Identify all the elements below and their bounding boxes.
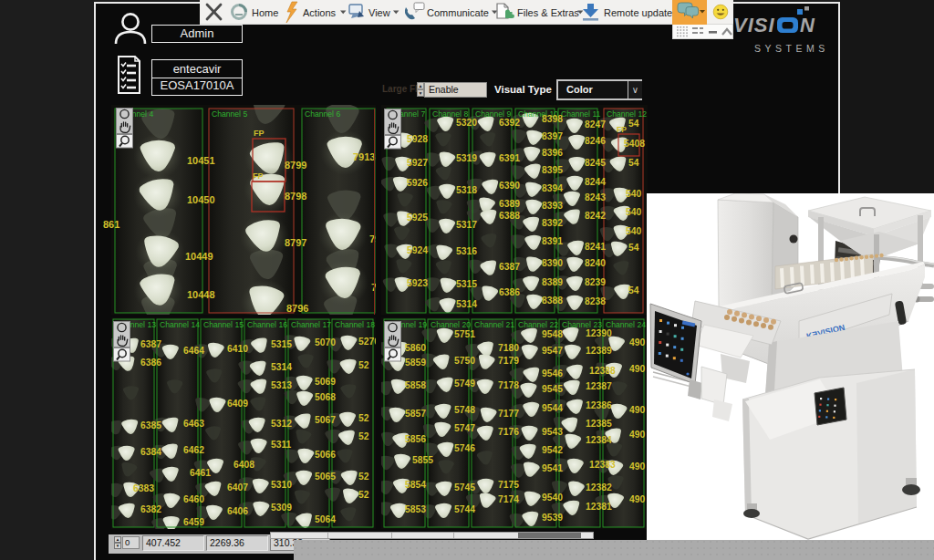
svg-text:5310: 5310	[271, 480, 292, 490]
svg-text:5924: 5924	[407, 245, 428, 255]
svg-text:5926: 5926	[407, 178, 428, 188]
svg-text:8397: 8397	[542, 131, 563, 141]
svg-text:8391: 8391	[542, 236, 563, 246]
svg-text:5065: 5065	[315, 472, 336, 482]
svg-text:12390: 12390	[586, 328, 612, 338]
svg-text:8797: 8797	[285, 237, 306, 248]
svg-text:5923: 5923	[407, 278, 428, 288]
svg-text:5064: 5064	[315, 514, 336, 524]
svg-text:6383: 6383	[133, 483, 154, 493]
svg-text:5318: 5318	[456, 185, 477, 195]
svg-text:5927: 5927	[407, 158, 428, 168]
svg-text:5270: 5270	[358, 337, 376, 347]
svg-text:5309: 5309	[271, 503, 292, 513]
svg-text:8389: 8389	[542, 277, 563, 287]
svg-text:5925: 5925	[407, 213, 428, 223]
svg-text:9539: 9539	[542, 513, 563, 523]
svg-text:6406: 6406	[227, 506, 248, 516]
svg-text:5311: 5311	[271, 440, 292, 450]
svg-text:5928: 5928	[407, 134, 428, 144]
svg-text:6386: 6386	[140, 358, 161, 368]
svg-text:Channel 24: Channel 24	[606, 320, 646, 329]
svg-text:9541: 9541	[542, 463, 563, 473]
svg-text:FP: FP	[254, 129, 265, 138]
svg-text:6388: 6388	[499, 211, 520, 221]
svg-text:Channel 17: Channel 17	[291, 320, 331, 329]
svg-text:8239: 8239	[585, 277, 606, 287]
svg-text:490: 490	[629, 364, 645, 374]
svg-text:5744: 5744	[454, 504, 475, 514]
svg-text:54: 54	[628, 119, 639, 129]
svg-text:52: 52	[358, 490, 369, 500]
svg-text:Channel 14: Channel 14	[160, 320, 200, 329]
svg-text:52: 52	[358, 413, 369, 423]
svg-text:FP: FP	[617, 125, 627, 134]
svg-text:5750: 5750	[454, 356, 475, 366]
svg-text:8798: 8798	[285, 191, 306, 202]
svg-text:6391: 6391	[499, 153, 520, 163]
svg-text:5853: 5853	[405, 504, 426, 514]
svg-text:12389: 12389	[586, 346, 612, 356]
svg-text:9545: 9545	[542, 384, 563, 394]
svg-text:7913: 7913	[353, 151, 375, 162]
svg-text:6385: 6385	[140, 420, 161, 430]
svg-text:8799: 8799	[285, 160, 306, 171]
svg-text:7175: 7175	[498, 480, 519, 490]
svg-text:N: N	[800, 14, 815, 36]
svg-text:7174: 7174	[498, 494, 519, 504]
svg-text:12386: 12386	[586, 400, 612, 410]
svg-text:5748: 5748	[454, 405, 475, 415]
svg-text:10449: 10449	[185, 251, 213, 262]
svg-text:Channel 15: Channel 15	[203, 320, 244, 329]
svg-text:12381: 12381	[586, 502, 612, 512]
svg-text:10451: 10451	[187, 155, 215, 166]
svg-text:8245: 8245	[585, 158, 606, 168]
svg-text:6392: 6392	[499, 118, 520, 128]
svg-text:8241: 8241	[585, 242, 606, 252]
svg-text:6407: 6407	[227, 482, 248, 493]
svg-text:Channel 6: Channel 6	[305, 109, 340, 119]
svg-text:5751: 5751	[454, 329, 475, 339]
svg-text:5856: 5856	[405, 434, 426, 444]
svg-text:8238: 8238	[585, 296, 606, 306]
svg-text:Channel 18: Channel 18	[335, 320, 375, 329]
svg-text:5314: 5314	[456, 299, 477, 309]
svg-text:52: 52	[358, 472, 369, 482]
svg-text:52: 52	[358, 431, 369, 441]
svg-text:7179: 7179	[498, 356, 519, 366]
svg-text:490: 490	[629, 337, 645, 347]
svg-text:6463: 6463	[183, 419, 204, 429]
svg-text:5855: 5855	[412, 455, 433, 465]
svg-text:490: 490	[629, 461, 645, 472]
svg-text:SYSTEMS: SYSTEMS	[754, 43, 829, 54]
svg-text:5859: 5859	[405, 358, 426, 368]
svg-text:8394: 8394	[542, 183, 563, 193]
svg-text:Home: Home	[252, 7, 278, 18]
svg-text:5320: 5320	[456, 118, 477, 128]
svg-text:8392: 8392	[542, 218, 563, 228]
svg-text:5747: 5747	[454, 423, 475, 433]
svg-text:79: 79	[371, 282, 376, 293]
svg-text:5408: 5408	[624, 139, 645, 149]
svg-text:Channel 5: Channel 5	[212, 109, 247, 119]
svg-text:8390: 8390	[542, 258, 563, 268]
svg-text:6384: 6384	[140, 447, 161, 457]
svg-text:8242: 8242	[585, 211, 606, 221]
svg-text:9548: 9548	[542, 329, 563, 339]
svg-text:Channel 22: Channel 22	[518, 320, 558, 329]
svg-text:9547: 9547	[542, 346, 563, 356]
svg-text:8247: 8247	[585, 119, 606, 130]
svg-text:5317: 5317	[456, 220, 477, 230]
svg-text:5746: 5746	[454, 443, 475, 453]
svg-text:5313: 5313	[271, 380, 292, 390]
svg-text:8396: 8396	[542, 148, 563, 158]
svg-text:54: 54	[628, 158, 639, 168]
svg-text:Communicate: Communicate	[427, 7, 489, 18]
svg-text:490: 490	[629, 494, 645, 504]
svg-text:12388: 12388	[589, 366, 616, 376]
svg-text:9544: 9544	[542, 403, 563, 413]
svg-text:6462: 6462	[183, 445, 204, 455]
svg-text:6389: 6389	[499, 199, 520, 209]
svg-text:8796: 8796	[286, 303, 308, 314]
svg-text:7177: 7177	[498, 409, 519, 419]
